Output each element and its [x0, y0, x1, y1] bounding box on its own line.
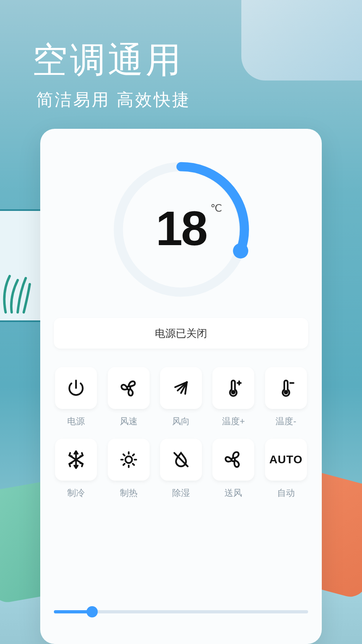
button-label: 除湿: [172, 487, 190, 499]
thermometer-plus-icon: [223, 378, 243, 398]
temperature-unit: ℃: [210, 202, 222, 215]
thermometer-minus-icon: [276, 378, 296, 398]
droplet-off-icon: [171, 450, 191, 470]
svg-point-5: [125, 456, 132, 463]
fan-mode-button[interactable]: [212, 439, 254, 481]
controls-grid: 电源 风速 风向: [54, 367, 308, 499]
svg-point-3: [232, 391, 235, 394]
swing-button[interactable]: [160, 367, 202, 409]
svg-point-4: [284, 391, 287, 394]
sun-icon: [119, 450, 139, 470]
temperature-value: 18: [156, 200, 206, 256]
fan-icon: [119, 378, 139, 398]
status-text: 电源已关闭: [155, 326, 207, 341]
button-label: 自动: [277, 487, 295, 499]
button-label: 风向: [172, 415, 190, 427]
button-label: 温度-: [276, 415, 296, 427]
dry-button[interactable]: [160, 439, 202, 481]
temp-down-button[interactable]: [265, 367, 307, 409]
power-icon: [66, 378, 86, 398]
auto-text-icon: AUTO: [269, 453, 302, 466]
button-label: 送风: [224, 487, 242, 499]
page-title: 空调通用: [32, 36, 183, 84]
fan-speed-button[interactable]: [108, 367, 150, 409]
power-button[interactable]: [55, 367, 97, 409]
snowflake-icon: [66, 450, 86, 470]
svg-point-1: [233, 243, 248, 258]
auto-button[interactable]: AUTO: [265, 439, 307, 481]
cool-button[interactable]: [55, 439, 97, 481]
button-label: 电源: [67, 415, 85, 427]
button-label: 制冷: [67, 487, 85, 499]
temp-up-button[interactable]: [212, 367, 254, 409]
heat-button[interactable]: [108, 439, 150, 481]
remote-card: 18 ℃ 电源已关闭 电源 风速: [40, 129, 322, 644]
blower-icon: [223, 450, 243, 470]
button-label: 风速: [120, 415, 138, 427]
status-bar: 电源已关闭: [54, 318, 308, 349]
button-label: 温度+: [222, 415, 245, 427]
button-label: 制热: [120, 487, 138, 499]
swing-icon: [171, 378, 191, 398]
slider[interactable]: [54, 604, 308, 620]
page-subtitle: 简洁易用 高效快捷: [36, 89, 191, 111]
slider-thumb[interactable]: [86, 606, 98, 617]
temperature-dial[interactable]: 18 ℃: [105, 153, 257, 306]
